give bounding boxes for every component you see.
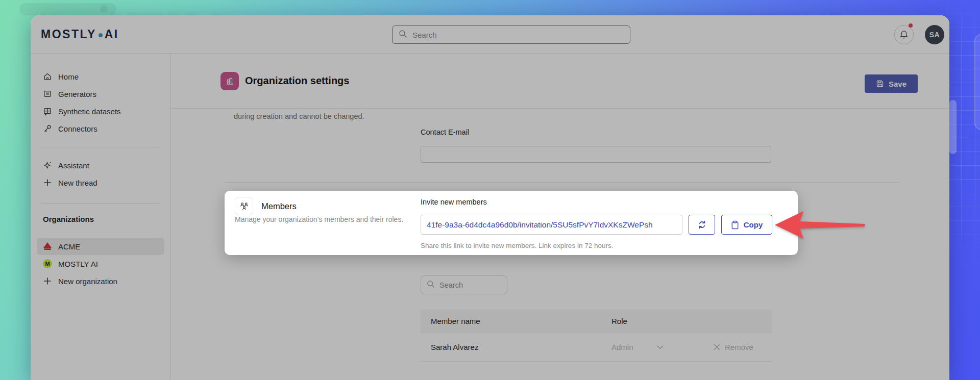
invite-link-field[interactable] xyxy=(421,215,682,235)
members-icon xyxy=(239,201,250,212)
faded-background-toolbar xyxy=(19,3,116,15)
copy-link-button[interactable]: Copy xyxy=(721,215,772,235)
invite-new-members-label: Invite new members xyxy=(421,198,487,206)
screen: MOSTLY AI SA xyxy=(0,0,980,380)
invite-link-helper-text: Share this link to invite new members. L… xyxy=(421,242,613,249)
clipboard-icon xyxy=(731,220,739,230)
members-section-card: Members Manage your organization's membe… xyxy=(225,191,798,255)
members-card-description: Manage your organization's members and t… xyxy=(235,214,406,224)
background-decoration xyxy=(974,34,980,131)
background-decoration xyxy=(949,100,957,154)
copy-button-label: Copy xyxy=(744,220,763,229)
refresh-icon xyxy=(697,220,707,230)
members-icon-box xyxy=(235,197,253,215)
regenerate-link-button[interactable] xyxy=(689,215,715,235)
annotation-arrow xyxy=(772,209,867,241)
members-card-title: Members xyxy=(261,201,297,211)
